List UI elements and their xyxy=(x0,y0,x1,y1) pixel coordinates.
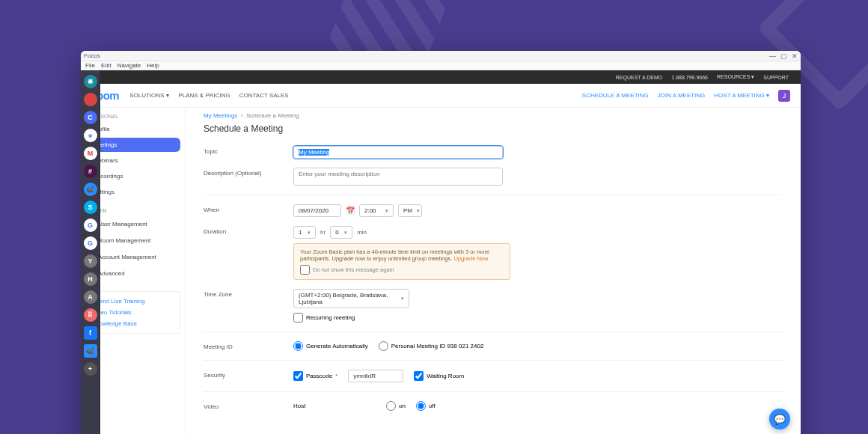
nav-solutions[interactable]: SOLUTIONS ▾ xyxy=(129,92,169,99)
schedule-meeting-link[interactable]: SCHEDULE A MEETING xyxy=(582,92,649,99)
dock-app-16[interactable]: + xyxy=(84,362,97,376)
menu-navigate[interactable]: Navigate xyxy=(117,62,141,69)
os-menubar: File Edit Navigate Help xyxy=(81,61,801,70)
description-input[interactable] xyxy=(293,168,503,186)
waiting-room-label: Waiting Room xyxy=(427,373,464,379)
timezone-label: Time Zone xyxy=(204,289,293,298)
main-header: zoom SOLUTIONS ▾ PLANS & PRICING CONTACT… xyxy=(81,84,801,108)
window-minimize[interactable]: — xyxy=(769,52,776,60)
video-host-on-radio[interactable] xyxy=(386,401,396,411)
passcode-checkbox[interactable] xyxy=(293,371,303,381)
main-content: My Meetings › Schedule a Meeting Schedul… xyxy=(186,108,801,434)
time-select[interactable]: 2:00▾ xyxy=(359,204,394,217)
date-input[interactable] xyxy=(293,204,341,217)
dock-app-0[interactable]: ❋ xyxy=(84,75,97,88)
dock-app-11[interactable]: H xyxy=(84,272,97,286)
dock-app-10[interactable]: Y xyxy=(84,254,97,268)
window-close[interactable]: ✕ xyxy=(792,52,798,60)
timezone-select[interactable]: (GMT+2:00) Belgrade, Bratislava, Ljublja… xyxy=(293,289,409,308)
utility-bar: REQUEST A DEMO 1.888.799.9666 RESOURCES … xyxy=(81,70,801,84)
banner-dismiss-label: Do not show this message again xyxy=(313,266,394,273)
duration-hour-select[interactable]: 1▾ xyxy=(293,226,316,239)
duration-label: Duration xyxy=(204,226,293,235)
banner-dismiss-checkbox[interactable] xyxy=(300,265,310,275)
support-link[interactable]: SUPPORT xyxy=(763,75,789,80)
recurring-label: Recurring meeting xyxy=(306,314,355,321)
dock-app-15[interactable]: 📹 xyxy=(84,344,97,358)
recurring-checkbox[interactable] xyxy=(293,313,303,323)
meeting-id-label: Meeting ID xyxy=(204,341,293,350)
video-label: Video xyxy=(204,401,293,410)
dock-app-8[interactable]: G xyxy=(84,218,97,232)
page-title: Schedule a Meeting xyxy=(204,123,783,134)
dock-app-9[interactable]: G xyxy=(84,236,97,250)
waiting-room-checkbox[interactable] xyxy=(414,371,424,381)
app-window: Focos — ▢ ✕ File Edit Navigate Help REQU… xyxy=(81,51,801,434)
breadcrumb: My Meetings › Schedule a Meeting xyxy=(204,112,783,119)
meeting-id-auto-radio[interactable] xyxy=(293,341,303,351)
video-host-label: Host xyxy=(293,403,376,409)
topic-input[interactable] xyxy=(293,146,503,159)
upgrade-now-link[interactable]: Upgrade Now xyxy=(454,255,489,262)
calendar-icon[interactable]: 📅 xyxy=(346,207,355,215)
meeting-id-personal-radio[interactable] xyxy=(379,341,388,351)
when-label: When xyxy=(204,204,293,213)
dock-app-5[interactable]: # xyxy=(84,165,97,178)
meeting-id-personal-label: Personal Meeting ID 938 021 2402 xyxy=(391,343,484,349)
hour-unit: hr xyxy=(320,229,326,236)
os-titlebar: Focos — ▢ ✕ xyxy=(81,51,801,61)
dock-app-7[interactable]: S xyxy=(84,201,97,214)
app-dock: ❋C⟐M#📹SGGYHA⠿f📹+ xyxy=(81,70,100,434)
sidebar-personal-heading: PERSONAL xyxy=(90,114,176,119)
nav-plans[interactable]: PLANS & PRICING xyxy=(178,92,230,99)
duration-min-select[interactable]: 0▾ xyxy=(330,226,352,239)
dock-app-13[interactable]: ⠿ xyxy=(84,308,97,322)
sidebar-admin-heading: ADMIN xyxy=(90,208,176,213)
breadcrumb-current: Schedule a Meeting xyxy=(246,112,299,119)
request-demo-link[interactable]: REQUEST A DEMO xyxy=(616,75,663,80)
dock-app-12[interactable]: A xyxy=(84,290,97,304)
help-knowledge-base[interactable]: Knowledge Base xyxy=(92,320,174,327)
join-meeting-link[interactable]: JOIN A MEETING xyxy=(658,92,706,99)
upgrade-banner: Your Zoom Basic plan has a 40-minute tim… xyxy=(293,243,510,280)
ampm-select[interactable]: PM▾ xyxy=(398,204,422,217)
help-live-training[interactable]: Attend Live Training xyxy=(92,298,174,305)
dock-app-1[interactable] xyxy=(84,93,97,106)
menu-help[interactable]: Help xyxy=(147,62,159,69)
topic-label: Topic xyxy=(204,146,293,155)
help-video-tutorials[interactable]: Video Tutorials xyxy=(92,309,174,316)
passcode-label: Passcode xyxy=(306,373,332,379)
host-meeting-menu[interactable]: HOST A MEETING ▾ xyxy=(714,92,769,99)
meeting-id-auto-label: Generate Automatically xyxy=(306,343,368,349)
avatar[interactable]: J xyxy=(778,90,790,102)
chat-fab[interactable]: 💬 xyxy=(769,409,790,430)
breadcrumb-root[interactable]: My Meetings xyxy=(204,112,237,119)
phone-number[interactable]: 1.888.799.9666 xyxy=(671,75,708,80)
menu-edit[interactable]: Edit xyxy=(101,62,111,69)
dock-app-3[interactable]: ⟐ xyxy=(84,129,97,142)
window-maximize[interactable]: ▢ xyxy=(780,52,787,60)
dock-app-2[interactable]: C xyxy=(84,111,97,124)
resources-menu[interactable]: RESOURCES ▾ xyxy=(717,74,754,80)
passcode-input[interactable] xyxy=(348,370,403,382)
app-title: Focos xyxy=(84,52,100,59)
menu-file[interactable]: File xyxy=(85,62,95,69)
dock-app-4[interactable]: M xyxy=(84,147,97,160)
min-unit: min xyxy=(357,229,367,236)
dock-app-6[interactable]: 📹 xyxy=(84,183,97,196)
security-label: Security xyxy=(204,370,293,379)
video-host-off-radio[interactable] xyxy=(416,401,426,411)
dock-app-14[interactable]: f xyxy=(84,326,97,340)
nav-contact[interactable]: CONTACT SALES xyxy=(239,92,289,99)
description-label: Description (Optional) xyxy=(204,168,293,177)
